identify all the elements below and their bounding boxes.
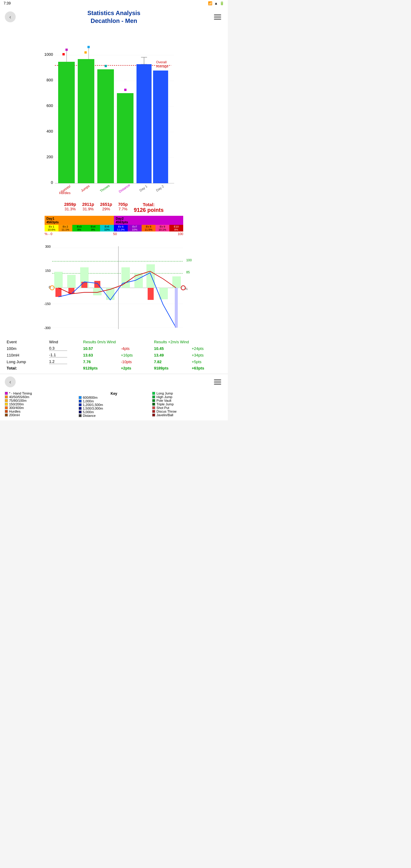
stat-throws: 2651p 29% xyxy=(100,202,112,213)
key-label-highjump: High Jump xyxy=(156,395,172,399)
stat-distance: 705p 7.7% xyxy=(118,202,128,213)
svg-rect-19 xyxy=(84,51,87,54)
key-label-1000m: 1,000m xyxy=(83,399,94,403)
title-line1: Statistics Analysis xyxy=(87,9,140,17)
key-label-hurdles: Hurdles xyxy=(9,410,21,413)
key-label-40m: 40/50/55/60m xyxy=(9,395,29,399)
key-item-shotput: Shot Put xyxy=(152,406,223,410)
svg-text:0: 0 xyxy=(51,180,53,185)
key-label-shotput: Shot Put xyxy=(156,406,169,410)
key-swatch-300m xyxy=(5,406,8,409)
bar-chart-section: 0 200 400 600 800 1000 Overall Average xyxy=(0,27,228,199)
th-event: Event xyxy=(5,339,47,345)
svg-text:600: 600 xyxy=(46,103,53,108)
svg-rect-61 xyxy=(81,282,87,288)
key-swatch-40m xyxy=(5,396,8,398)
day1-bar: Day1 4563pts xyxy=(44,216,114,225)
day2-bar: Day2 4563pts xyxy=(114,216,183,225)
key-label-150m: 150/200m xyxy=(9,402,24,406)
key-label-5000m: 5,000m xyxy=(83,410,94,414)
blue-line xyxy=(59,273,176,328)
key-label-75m: 75/80/100m xyxy=(9,399,27,402)
key-section: * - Hand Timing 40/50/55/60m 75/80/100m … xyxy=(0,390,228,421)
title-line2: Decathlon - Men xyxy=(87,17,140,25)
bar-chart: 0 200 400 600 800 1000 Overall Average xyxy=(41,30,186,199)
stats-row: 2859p 31.3% 2911p 31.9% 2651p 29% 705p 7… xyxy=(0,199,228,215)
svg-text:100: 100 xyxy=(186,258,192,262)
svg-text:400: 400 xyxy=(46,129,53,133)
svg-text:Average: Average xyxy=(156,64,168,68)
key-swatch-75m xyxy=(5,399,8,402)
back-button-bottom[interactable]: ‹ xyxy=(5,376,16,387)
svg-rect-49 xyxy=(54,272,63,288)
key-label-polevault: Pole Vault xyxy=(156,399,171,402)
bottom-nav: ‹ xyxy=(0,374,228,390)
ev6-cell: Ev 611.0% xyxy=(114,225,128,231)
key-title: Key xyxy=(78,392,150,396)
svg-rect-63 xyxy=(148,288,154,300)
menu-button[interactable] xyxy=(212,11,223,22)
total-row: Total: 9128pts +2pts 9189pts +63pts xyxy=(5,365,223,371)
svg-text:Day 1: Day 1 xyxy=(138,184,148,192)
key-swatch-600m xyxy=(78,396,82,399)
key-label-1500m: 1,500/3,000m xyxy=(83,407,103,410)
key-swatch-hurdles xyxy=(5,410,8,413)
battery-icon: 🔋 xyxy=(220,1,224,5)
svg-text:-150: -150 xyxy=(44,302,51,306)
ev4-cell: Ev49% xyxy=(86,225,100,231)
stat-jumps: 2911p 31.9% xyxy=(82,202,94,213)
svg-text:Hurdles: Hurdles xyxy=(59,191,70,195)
status-time: 7:39 xyxy=(4,1,10,5)
page-title: Statistics Analysis Decathlon - Men xyxy=(87,9,140,25)
bar-distance xyxy=(117,93,133,183)
bar-day1 xyxy=(136,64,152,183)
status-bar: 7:39 📶 ▲ 🔋 xyxy=(0,0,228,7)
svg-text:Jumps: Jumps xyxy=(80,184,90,193)
ev5-cell: Ev510% xyxy=(100,225,114,231)
ev1-cell: Ev 110.6% xyxy=(44,225,59,231)
key-label-200mh: 200mH xyxy=(9,413,20,417)
wind-input-100m[interactable] xyxy=(49,346,67,351)
wind-input-110mh[interactable] xyxy=(49,352,67,358)
svg-rect-50 xyxy=(67,275,76,288)
svg-rect-22 xyxy=(124,89,127,91)
wind-input-lj[interactable] xyxy=(49,359,67,364)
key-swatch-triplejump xyxy=(152,403,155,406)
key-label-discus: Discus Throw xyxy=(156,410,176,413)
svg-text:1000: 1000 xyxy=(44,52,53,57)
key-swatch-5000m xyxy=(78,410,82,413)
svg-rect-66 xyxy=(175,288,178,328)
key-swatch-200mh xyxy=(5,413,8,416)
svg-text:300: 300 xyxy=(45,245,51,248)
th-res2: Results +2m/s Wind xyxy=(152,339,223,345)
events-row: Ev 110.6% Ev 211.1% Ev39% Ev49% Ev510% E… xyxy=(44,225,183,231)
key-item-discus: Discus Throw xyxy=(152,410,223,413)
key-swatch-1200m xyxy=(78,403,82,406)
day-bar-row: Day1 4563pts Day2 4563pts xyxy=(44,216,183,225)
svg-text:Distance: Distance xyxy=(118,183,131,193)
menu-button-bottom[interactable] xyxy=(212,376,223,387)
line-chart-section: 300 150 0 -150 -300 100 85 % xyxy=(0,238,228,336)
table-section: Event Wind Results 0m/s Wind Results +2m… xyxy=(0,336,228,374)
key-label-300m: 300/400m xyxy=(9,406,24,410)
svg-text:85: 85 xyxy=(186,270,190,274)
stat-sprints: 2859p 31.3% xyxy=(64,202,76,213)
svg-rect-59 xyxy=(56,288,61,297)
key-label-1200m: 1,200/1,500m xyxy=(83,403,103,407)
key-swatch-highjump xyxy=(152,396,155,398)
key-swatch-javelin xyxy=(152,413,155,416)
table-row: Long Jump 7.76 -10pts 7.82 +5pts xyxy=(5,358,223,365)
top-nav: ‹ Statistics Analysis Decathlon - Men xyxy=(0,7,228,27)
key-label-longjump: Long Jump xyxy=(156,392,173,395)
bar-jumps xyxy=(78,59,94,183)
stat-total: Total: 9126 points xyxy=(134,202,164,213)
table-row: 110mH 13.63 +16pts 13.49 +34pts xyxy=(5,352,223,358)
svg-text:Day 2: Day 2 xyxy=(155,184,164,192)
key-swatch-distance xyxy=(78,414,82,417)
svg-rect-21 xyxy=(104,65,107,67)
back-button[interactable]: ‹ xyxy=(5,11,16,22)
bar-day2 xyxy=(153,70,168,183)
ev10-cell: E108% xyxy=(169,225,183,231)
svg-text:150: 150 xyxy=(45,269,51,273)
pct-axis: % - 0 50 100 xyxy=(44,231,183,236)
